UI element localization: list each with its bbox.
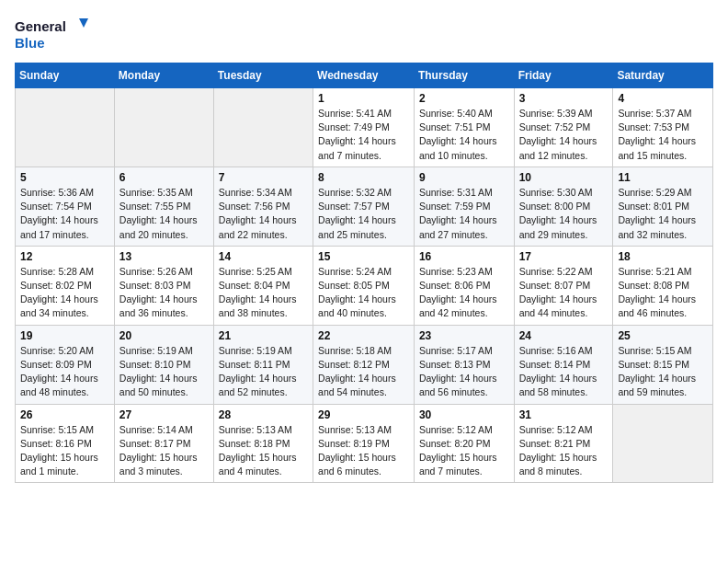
calendar-cell: 28Sunrise: 5:13 AM Sunset: 8:18 PM Dayli…	[213, 404, 313, 483]
calendar-week-row: 1Sunrise: 5:41 AM Sunset: 7:49 PM Daylig…	[16, 88, 713, 167]
day-info: Sunrise: 5:28 AM Sunset: 8:02 PM Dayligh…	[20, 265, 109, 321]
day-info: Sunrise: 5:21 AM Sunset: 8:08 PM Dayligh…	[618, 265, 708, 321]
day-info: Sunrise: 5:17 AM Sunset: 8:13 PM Dayligh…	[419, 344, 509, 400]
calendar-cell: 2Sunrise: 5:40 AM Sunset: 7:51 PM Daylig…	[414, 88, 514, 167]
day-number: 16	[419, 250, 509, 263]
logo: General Blue	[15, 15, 88, 55]
day-number: 15	[318, 250, 409, 263]
day-info: Sunrise: 5:14 AM Sunset: 8:17 PM Dayligh…	[119, 423, 209, 479]
calendar-cell: 27Sunrise: 5:14 AM Sunset: 8:17 PM Dayli…	[114, 404, 213, 483]
calendar-cell: 12Sunrise: 5:28 AM Sunset: 8:02 PM Dayli…	[16, 246, 115, 325]
weekday-header-sunday: Sunday	[16, 63, 115, 88]
day-info: Sunrise: 5:18 AM Sunset: 8:12 PM Dayligh…	[318, 344, 409, 400]
calendar-cell: 24Sunrise: 5:16 AM Sunset: 8:14 PM Dayli…	[514, 325, 613, 404]
calendar-cell	[213, 88, 313, 167]
weekday-header-friday: Friday	[514, 63, 613, 88]
calendar-cell: 10Sunrise: 5:30 AM Sunset: 8:00 PM Dayli…	[514, 167, 613, 246]
day-info: Sunrise: 5:24 AM Sunset: 8:05 PM Dayligh…	[318, 265, 409, 321]
calendar-cell	[16, 88, 115, 167]
svg-text:Blue: Blue	[15, 35, 45, 51]
svg-marker-2	[79, 18, 88, 28]
calendar-cell: 30Sunrise: 5:12 AM Sunset: 8:20 PM Dayli…	[414, 404, 514, 483]
calendar-week-row: 19Sunrise: 5:20 AM Sunset: 8:09 PM Dayli…	[16, 325, 713, 404]
calendar-cell: 4Sunrise: 5:37 AM Sunset: 7:53 PM Daylig…	[613, 88, 713, 167]
day-info: Sunrise: 5:16 AM Sunset: 8:14 PM Dayligh…	[519, 344, 609, 400]
day-number: 27	[119, 408, 209, 421]
weekday-header-saturday: Saturday	[613, 63, 713, 88]
day-number: 17	[519, 250, 609, 263]
day-number: 18	[618, 250, 708, 263]
day-number: 11	[618, 171, 708, 184]
day-info: Sunrise: 5:31 AM Sunset: 7:59 PM Dayligh…	[419, 186, 509, 242]
day-number: 28	[219, 408, 308, 421]
day-number: 22	[318, 329, 409, 342]
day-info: Sunrise: 5:15 AM Sunset: 8:15 PM Dayligh…	[618, 344, 708, 400]
calendar-week-row: 12Sunrise: 5:28 AM Sunset: 8:02 PM Dayli…	[16, 246, 713, 325]
day-number: 23	[419, 329, 509, 342]
day-number: 21	[219, 329, 308, 342]
day-info: Sunrise: 5:19 AM Sunset: 8:11 PM Dayligh…	[219, 344, 308, 400]
day-info: Sunrise: 5:13 AM Sunset: 8:18 PM Dayligh…	[219, 423, 308, 479]
day-info: Sunrise: 5:34 AM Sunset: 7:56 PM Dayligh…	[219, 186, 308, 242]
logo-svg: General Blue	[15, 15, 88, 55]
weekday-header-thursday: Thursday	[414, 63, 514, 88]
day-info: Sunrise: 5:35 AM Sunset: 7:55 PM Dayligh…	[119, 186, 209, 242]
weekday-header-wednesday: Wednesday	[313, 63, 415, 88]
day-info: Sunrise: 5:20 AM Sunset: 8:09 PM Dayligh…	[20, 344, 109, 400]
day-info: Sunrise: 5:29 AM Sunset: 8:01 PM Dayligh…	[618, 186, 708, 242]
day-info: Sunrise: 5:15 AM Sunset: 8:16 PM Dayligh…	[20, 423, 109, 479]
calendar-week-row: 5Sunrise: 5:36 AM Sunset: 7:54 PM Daylig…	[16, 167, 713, 246]
day-number: 4	[618, 92, 708, 105]
day-number: 25	[618, 329, 708, 342]
calendar-table: SundayMondayTuesdayWednesdayThursdayFrid…	[15, 63, 713, 483]
day-number: 31	[519, 408, 609, 421]
calendar-cell: 22Sunrise: 5:18 AM Sunset: 8:12 PM Dayli…	[313, 325, 415, 404]
svg-text:General: General	[15, 18, 66, 34]
calendar-week-row: 26Sunrise: 5:15 AM Sunset: 8:16 PM Dayli…	[16, 404, 713, 483]
day-number: 7	[219, 171, 308, 184]
calendar-cell: 26Sunrise: 5:15 AM Sunset: 8:16 PM Dayli…	[16, 404, 115, 483]
calendar-cell: 14Sunrise: 5:25 AM Sunset: 8:04 PM Dayli…	[213, 246, 313, 325]
day-number: 3	[519, 92, 609, 105]
day-info: Sunrise: 5:19 AM Sunset: 8:10 PM Dayligh…	[119, 344, 209, 400]
day-number: 8	[318, 171, 409, 184]
day-info: Sunrise: 5:37 AM Sunset: 7:53 PM Dayligh…	[618, 107, 708, 163]
day-number: 1	[318, 92, 409, 105]
day-number: 10	[519, 171, 609, 184]
day-info: Sunrise: 5:23 AM Sunset: 8:06 PM Dayligh…	[419, 265, 509, 321]
day-info: Sunrise: 5:32 AM Sunset: 7:57 PM Dayligh…	[318, 186, 409, 242]
calendar-cell: 25Sunrise: 5:15 AM Sunset: 8:15 PM Dayli…	[613, 325, 713, 404]
day-info: Sunrise: 5:39 AM Sunset: 7:52 PM Dayligh…	[519, 107, 609, 163]
weekday-header-row: SundayMondayTuesdayWednesdayThursdayFrid…	[16, 63, 713, 88]
day-number: 5	[20, 171, 109, 184]
calendar-cell	[613, 404, 713, 483]
day-number: 29	[318, 408, 409, 421]
weekday-header-monday: Monday	[114, 63, 213, 88]
page-header: General Blue	[15, 15, 713, 55]
calendar-cell: 21Sunrise: 5:19 AM Sunset: 8:11 PM Dayli…	[213, 325, 313, 404]
calendar-cell: 15Sunrise: 5:24 AM Sunset: 8:05 PM Dayli…	[313, 246, 415, 325]
calendar-cell: 20Sunrise: 5:19 AM Sunset: 8:10 PM Dayli…	[114, 325, 213, 404]
day-number: 13	[119, 250, 209, 263]
day-number: 14	[219, 250, 308, 263]
calendar-cell: 13Sunrise: 5:26 AM Sunset: 8:03 PM Dayli…	[114, 246, 213, 325]
calendar-cell: 18Sunrise: 5:21 AM Sunset: 8:08 PM Dayli…	[613, 246, 713, 325]
calendar-cell: 29Sunrise: 5:13 AM Sunset: 8:19 PM Dayli…	[313, 404, 415, 483]
calendar-cell: 19Sunrise: 5:20 AM Sunset: 8:09 PM Dayli…	[16, 325, 115, 404]
calendar-cell: 5Sunrise: 5:36 AM Sunset: 7:54 PM Daylig…	[16, 167, 115, 246]
day-info: Sunrise: 5:22 AM Sunset: 8:07 PM Dayligh…	[519, 265, 609, 321]
calendar-cell: 1Sunrise: 5:41 AM Sunset: 7:49 PM Daylig…	[313, 88, 415, 167]
day-info: Sunrise: 5:26 AM Sunset: 8:03 PM Dayligh…	[119, 265, 209, 321]
day-info: Sunrise: 5:30 AM Sunset: 8:00 PM Dayligh…	[519, 186, 609, 242]
day-number: 6	[119, 171, 209, 184]
calendar-cell: 31Sunrise: 5:12 AM Sunset: 8:21 PM Dayli…	[514, 404, 613, 483]
calendar-cell: 3Sunrise: 5:39 AM Sunset: 7:52 PM Daylig…	[514, 88, 613, 167]
calendar-cell: 9Sunrise: 5:31 AM Sunset: 7:59 PM Daylig…	[414, 167, 514, 246]
day-info: Sunrise: 5:40 AM Sunset: 7:51 PM Dayligh…	[419, 107, 509, 163]
day-number: 26	[20, 408, 109, 421]
day-number: 30	[419, 408, 509, 421]
calendar-cell	[114, 88, 213, 167]
day-info: Sunrise: 5:41 AM Sunset: 7:49 PM Dayligh…	[318, 107, 409, 163]
weekday-header-tuesday: Tuesday	[213, 63, 313, 88]
day-number: 2	[419, 92, 509, 105]
